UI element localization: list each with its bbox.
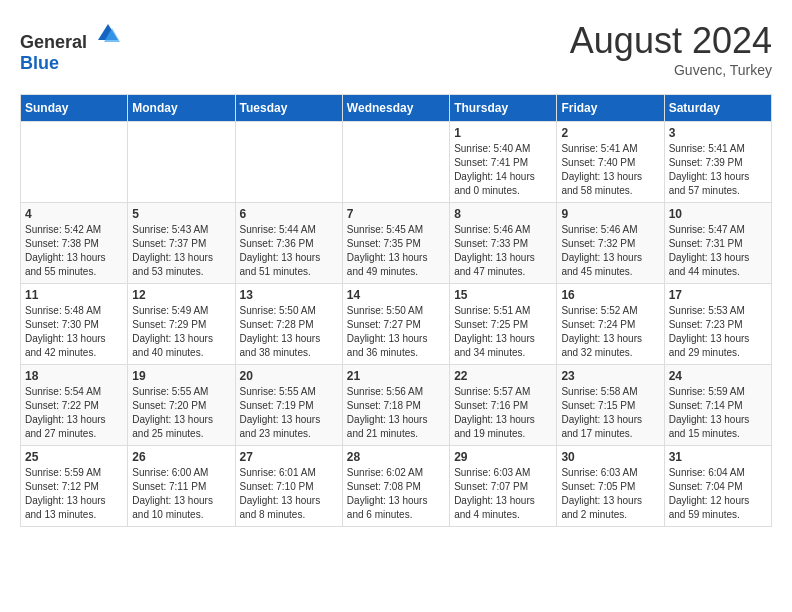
page-header: General Blue August 2024 Guvenc, Turkey bbox=[20, 20, 772, 78]
day-number: 6 bbox=[240, 207, 338, 221]
day-number: 8 bbox=[454, 207, 552, 221]
day-info: Sunrise: 5:58 AMSunset: 7:15 PMDaylight:… bbox=[561, 385, 659, 441]
calendar-table: SundayMondayTuesdayWednesdayThursdayFrid… bbox=[20, 94, 772, 527]
day-info: Sunrise: 5:55 AMSunset: 7:19 PMDaylight:… bbox=[240, 385, 338, 441]
logo-icon bbox=[94, 20, 122, 48]
day-number: 10 bbox=[669, 207, 767, 221]
calendar-week-2: 4Sunrise: 5:42 AMSunset: 7:38 PMDaylight… bbox=[21, 203, 772, 284]
calendar-cell: 6Sunrise: 5:44 AMSunset: 7:36 PMDaylight… bbox=[235, 203, 342, 284]
day-info: Sunrise: 5:49 AMSunset: 7:29 PMDaylight:… bbox=[132, 304, 230, 360]
day-number: 9 bbox=[561, 207, 659, 221]
day-number: 30 bbox=[561, 450, 659, 464]
day-number: 31 bbox=[669, 450, 767, 464]
calendar-cell: 22Sunrise: 5:57 AMSunset: 7:16 PMDayligh… bbox=[450, 365, 557, 446]
weekday-header-friday: Friday bbox=[557, 95, 664, 122]
calendar-cell: 24Sunrise: 5:59 AMSunset: 7:14 PMDayligh… bbox=[664, 365, 771, 446]
calendar-cell: 10Sunrise: 5:47 AMSunset: 7:31 PMDayligh… bbox=[664, 203, 771, 284]
calendar-cell: 21Sunrise: 5:56 AMSunset: 7:18 PMDayligh… bbox=[342, 365, 449, 446]
calendar-week-4: 18Sunrise: 5:54 AMSunset: 7:22 PMDayligh… bbox=[21, 365, 772, 446]
calendar-cell: 4Sunrise: 5:42 AMSunset: 7:38 PMDaylight… bbox=[21, 203, 128, 284]
day-number: 11 bbox=[25, 288, 123, 302]
day-info: Sunrise: 5:45 AMSunset: 7:35 PMDaylight:… bbox=[347, 223, 445, 279]
calendar-cell: 12Sunrise: 5:49 AMSunset: 7:29 PMDayligh… bbox=[128, 284, 235, 365]
day-info: Sunrise: 5:46 AMSunset: 7:33 PMDaylight:… bbox=[454, 223, 552, 279]
calendar-cell: 15Sunrise: 5:51 AMSunset: 7:25 PMDayligh… bbox=[450, 284, 557, 365]
weekday-header-tuesday: Tuesday bbox=[235, 95, 342, 122]
logo-blue: Blue bbox=[20, 53, 59, 73]
calendar-cell: 23Sunrise: 5:58 AMSunset: 7:15 PMDayligh… bbox=[557, 365, 664, 446]
calendar-cell: 26Sunrise: 6:00 AMSunset: 7:11 PMDayligh… bbox=[128, 446, 235, 527]
day-number: 25 bbox=[25, 450, 123, 464]
logo-text: General Blue bbox=[20, 20, 122, 74]
day-info: Sunrise: 5:51 AMSunset: 7:25 PMDaylight:… bbox=[454, 304, 552, 360]
day-info: Sunrise: 5:56 AMSunset: 7:18 PMDaylight:… bbox=[347, 385, 445, 441]
day-info: Sunrise: 5:47 AMSunset: 7:31 PMDaylight:… bbox=[669, 223, 767, 279]
day-info: Sunrise: 5:50 AMSunset: 7:28 PMDaylight:… bbox=[240, 304, 338, 360]
day-number: 7 bbox=[347, 207, 445, 221]
day-info: Sunrise: 6:00 AMSunset: 7:11 PMDaylight:… bbox=[132, 466, 230, 522]
day-info: Sunrise: 5:44 AMSunset: 7:36 PMDaylight:… bbox=[240, 223, 338, 279]
day-info: Sunrise: 5:57 AMSunset: 7:16 PMDaylight:… bbox=[454, 385, 552, 441]
day-number: 13 bbox=[240, 288, 338, 302]
day-number: 26 bbox=[132, 450, 230, 464]
day-number: 29 bbox=[454, 450, 552, 464]
calendar-cell: 11Sunrise: 5:48 AMSunset: 7:30 PMDayligh… bbox=[21, 284, 128, 365]
weekday-header-monday: Monday bbox=[128, 95, 235, 122]
calendar-week-1: 1Sunrise: 5:40 AMSunset: 7:41 PMDaylight… bbox=[21, 122, 772, 203]
day-info: Sunrise: 5:40 AMSunset: 7:41 PMDaylight:… bbox=[454, 142, 552, 198]
calendar-cell: 19Sunrise: 5:55 AMSunset: 7:20 PMDayligh… bbox=[128, 365, 235, 446]
calendar-cell: 13Sunrise: 5:50 AMSunset: 7:28 PMDayligh… bbox=[235, 284, 342, 365]
calendar-cell: 7Sunrise: 5:45 AMSunset: 7:35 PMDaylight… bbox=[342, 203, 449, 284]
day-info: Sunrise: 6:02 AMSunset: 7:08 PMDaylight:… bbox=[347, 466, 445, 522]
day-number: 22 bbox=[454, 369, 552, 383]
day-info: Sunrise: 6:01 AMSunset: 7:10 PMDaylight:… bbox=[240, 466, 338, 522]
day-info: Sunrise: 5:59 AMSunset: 7:14 PMDaylight:… bbox=[669, 385, 767, 441]
day-number: 20 bbox=[240, 369, 338, 383]
day-info: Sunrise: 5:54 AMSunset: 7:22 PMDaylight:… bbox=[25, 385, 123, 441]
day-info: Sunrise: 5:59 AMSunset: 7:12 PMDaylight:… bbox=[25, 466, 123, 522]
calendar-cell: 18Sunrise: 5:54 AMSunset: 7:22 PMDayligh… bbox=[21, 365, 128, 446]
calendar-cell: 5Sunrise: 5:43 AMSunset: 7:37 PMDaylight… bbox=[128, 203, 235, 284]
calendar-cell: 1Sunrise: 5:40 AMSunset: 7:41 PMDaylight… bbox=[450, 122, 557, 203]
weekday-header-row: SundayMondayTuesdayWednesdayThursdayFrid… bbox=[21, 95, 772, 122]
location: Guvenc, Turkey bbox=[570, 62, 772, 78]
calendar-cell: 25Sunrise: 5:59 AMSunset: 7:12 PMDayligh… bbox=[21, 446, 128, 527]
day-number: 16 bbox=[561, 288, 659, 302]
logo-general: General bbox=[20, 32, 87, 52]
calendar-cell: 16Sunrise: 5:52 AMSunset: 7:24 PMDayligh… bbox=[557, 284, 664, 365]
calendar-cell bbox=[235, 122, 342, 203]
calendar-cell: 8Sunrise: 5:46 AMSunset: 7:33 PMDaylight… bbox=[450, 203, 557, 284]
calendar-cell: 17Sunrise: 5:53 AMSunset: 7:23 PMDayligh… bbox=[664, 284, 771, 365]
day-number: 2 bbox=[561, 126, 659, 140]
day-number: 12 bbox=[132, 288, 230, 302]
day-info: Sunrise: 5:41 AMSunset: 7:40 PMDaylight:… bbox=[561, 142, 659, 198]
calendar-cell bbox=[21, 122, 128, 203]
day-number: 1 bbox=[454, 126, 552, 140]
day-info: Sunrise: 5:43 AMSunset: 7:37 PMDaylight:… bbox=[132, 223, 230, 279]
calendar-cell: 2Sunrise: 5:41 AMSunset: 7:40 PMDaylight… bbox=[557, 122, 664, 203]
day-info: Sunrise: 5:50 AMSunset: 7:27 PMDaylight:… bbox=[347, 304, 445, 360]
calendar-cell: 28Sunrise: 6:02 AMSunset: 7:08 PMDayligh… bbox=[342, 446, 449, 527]
day-number: 18 bbox=[25, 369, 123, 383]
day-number: 17 bbox=[669, 288, 767, 302]
day-info: Sunrise: 5:41 AMSunset: 7:39 PMDaylight:… bbox=[669, 142, 767, 198]
calendar-cell bbox=[342, 122, 449, 203]
day-info: Sunrise: 5:52 AMSunset: 7:24 PMDaylight:… bbox=[561, 304, 659, 360]
day-info: Sunrise: 5:53 AMSunset: 7:23 PMDaylight:… bbox=[669, 304, 767, 360]
day-number: 21 bbox=[347, 369, 445, 383]
calendar-week-5: 25Sunrise: 5:59 AMSunset: 7:12 PMDayligh… bbox=[21, 446, 772, 527]
day-number: 15 bbox=[454, 288, 552, 302]
day-number: 24 bbox=[669, 369, 767, 383]
weekday-header-thursday: Thursday bbox=[450, 95, 557, 122]
calendar-cell: 30Sunrise: 6:03 AMSunset: 7:05 PMDayligh… bbox=[557, 446, 664, 527]
day-info: Sunrise: 6:04 AMSunset: 7:04 PMDaylight:… bbox=[669, 466, 767, 522]
calendar-cell: 20Sunrise: 5:55 AMSunset: 7:19 PMDayligh… bbox=[235, 365, 342, 446]
calendar-cell: 31Sunrise: 6:04 AMSunset: 7:04 PMDayligh… bbox=[664, 446, 771, 527]
calendar-week-3: 11Sunrise: 5:48 AMSunset: 7:30 PMDayligh… bbox=[21, 284, 772, 365]
day-number: 3 bbox=[669, 126, 767, 140]
calendar-cell: 3Sunrise: 5:41 AMSunset: 7:39 PMDaylight… bbox=[664, 122, 771, 203]
logo: General Blue bbox=[20, 20, 122, 74]
day-info: Sunrise: 5:48 AMSunset: 7:30 PMDaylight:… bbox=[25, 304, 123, 360]
calendar-cell: 29Sunrise: 6:03 AMSunset: 7:07 PMDayligh… bbox=[450, 446, 557, 527]
calendar-cell: 14Sunrise: 5:50 AMSunset: 7:27 PMDayligh… bbox=[342, 284, 449, 365]
